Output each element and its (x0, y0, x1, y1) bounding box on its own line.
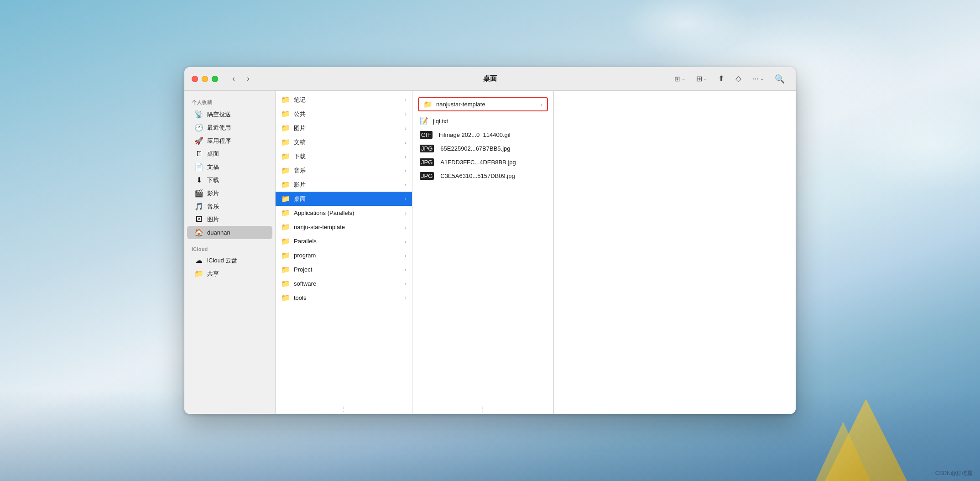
col1-tools[interactable]: 📁 tools › (276, 291, 412, 305)
forward-button[interactable]: › (242, 73, 255, 85)
column-view-chevron: ⌄ (682, 76, 685, 81)
chevron-icon: › (405, 125, 407, 131)
filmage-gif[interactable]: GIF Filmage 202...0_114400.gif (412, 128, 553, 141)
more-icon: ··· (752, 74, 759, 84)
maximize-button[interactable] (212, 76, 218, 82)
grid-button[interactable]: ⊞ ⌄ (693, 73, 711, 85)
sidebar-item-user[interactable]: 🏠 duannan (187, 226, 272, 239)
finder-window: ‹ › 桌面 ⊞ ⌄ ⊞ ⌄ ⬆ ◇ ··· (184, 67, 796, 414)
column-3 (554, 91, 796, 414)
file-label: jiqi.txt (433, 118, 448, 125)
sidebar-item-label: 下载 (207, 176, 219, 184)
folder-icon: 📁 (281, 223, 290, 231)
window-title: 桌面 (483, 74, 497, 83)
chevron-icon: › (405, 182, 407, 188)
sidebar-item-airdrop[interactable]: 📡 隔空投送 (187, 108, 272, 121)
folder-icon: 📁 (281, 265, 290, 274)
col1-music[interactable]: 📁 音乐 › (276, 163, 412, 178)
column-browser: 📁 笔记 › 📁 公共 › 📁 图片 › 📁 文稿 › (276, 91, 796, 414)
more-chevron: ⌄ (760, 76, 764, 81)
folder-icon: 📁 (281, 180, 290, 189)
share-button[interactable]: ⬆ (714, 72, 728, 85)
folder-chevron: › (541, 102, 542, 107)
user-icon: 🏠 (194, 228, 203, 237)
col2-resize-handle[interactable]: ⋮ (412, 406, 553, 414)
search-button[interactable]: 🔍 (771, 72, 788, 86)
img3-jpg[interactable]: JPG C3E5A6310...5157DB09.jpg (412, 169, 553, 183)
sidebar-item-label: 影片 (207, 189, 219, 198)
img1-jpg[interactable]: JPG 65E225902...67B7BB5.jpg (412, 141, 553, 155)
sidebar-item-label: 隔空投送 (207, 110, 231, 119)
jpg-icon: JPG (420, 145, 434, 152)
sidebar-item-desktop[interactable]: 🖥 桌面 (187, 147, 272, 160)
personal-section-label: 个人收藏 (184, 96, 275, 108)
tag-icon: ◇ (735, 74, 741, 84)
sidebar-item-documents[interactable]: 📄 文稿 (187, 160, 272, 173)
folder-icon: 📁 (281, 194, 290, 203)
close-button[interactable] (192, 76, 198, 82)
folder-icon: 📁 (281, 152, 290, 161)
airdrop-icon: 📡 (194, 110, 203, 119)
folder-icon: 📁 (281, 279, 290, 288)
jiqi-txt[interactable]: 📝 jiqi.txt (412, 114, 553, 128)
sidebar-item-applications[interactable]: 🚀 应用程序 (187, 134, 272, 147)
chevron-icon: › (405, 225, 407, 230)
col1-program[interactable]: 📁 program › (276, 248, 412, 262)
col1-nanju-star[interactable]: 📁 nanju-star-template › (276, 220, 412, 234)
folder-icon: 📁 (281, 293, 290, 302)
sidebar-item-label: duannan (207, 229, 230, 236)
sidebar-item-shared[interactable]: 📁 共享 (187, 267, 272, 280)
traffic-lights (192, 76, 218, 82)
chevron-icon: › (405, 97, 407, 103)
gif-icon: GIF (420, 131, 433, 139)
col1-pictures[interactable]: 📁 图片 › (276, 121, 412, 135)
sidebar-item-downloads[interactable]: ⬇ 下载 (187, 173, 272, 187)
nanjustar-template-folder[interactable]: 📁 nanjustar-template › (418, 97, 548, 111)
folder-icon: 📁 (281, 209, 290, 217)
jpg-icon: JPG (420, 158, 434, 166)
sidebar-item-recents[interactable]: 🕐 最近使用 (187, 121, 272, 134)
sidebar-item-music[interactable]: 🎵 音乐 (187, 200, 272, 213)
col1-project[interactable]: 📁 Project › (276, 262, 412, 277)
folder-icon: 📁 (281, 166, 290, 175)
back-button[interactable]: ‹ (227, 73, 240, 85)
sidebar-item-icloud-drive[interactable]: ☁ iCloud 云盘 (187, 254, 272, 267)
chevron-icon: › (405, 154, 407, 159)
shared-icon: 📁 (194, 269, 203, 278)
nav-buttons: ‹ › (227, 73, 255, 85)
folder-icon: 📁 (281, 124, 290, 132)
recents-icon: 🕐 (194, 123, 203, 132)
col1-applications-parallels[interactable]: 📁 Applications (Parallels) › (276, 206, 412, 220)
file-label: C3E5A6310...5157DB09.jpg (440, 173, 515, 179)
col1-resize-handle[interactable]: ⋮ (276, 406, 412, 414)
col1-parallels[interactable]: 📁 Parallels › (276, 234, 412, 248)
sidebar-item-label: 应用程序 (207, 137, 231, 145)
sidebar: 个人收藏 📡 隔空投送 🕐 最近使用 🚀 应用程序 🖥 桌面 📄 文稿 (184, 91, 276, 414)
col1-desktop[interactable]: 📁 桌面 › (276, 192, 412, 206)
column-view-icon: ⊞ (674, 75, 680, 83)
more-button[interactable]: ··· ⌄ (749, 73, 767, 85)
music-icon: 🎵 (194, 202, 203, 211)
column-view-button[interactable]: ⊞ ⌄ (671, 73, 689, 85)
title-bar: ‹ › 桌面 ⊞ ⌄ ⊞ ⌄ ⬆ ◇ ··· (184, 67, 796, 91)
chevron-icon: › (405, 168, 407, 173)
minimize-button[interactable] (202, 76, 208, 82)
col1-public[interactable]: 📁 公共 › (276, 107, 412, 121)
col1-documents[interactable]: 📁 文稿 › (276, 135, 412, 149)
sidebar-item-movies[interactable]: 🎬 影片 (187, 187, 272, 200)
sidebar-item-label: 共享 (207, 270, 219, 278)
tag-button[interactable]: ◇ (732, 72, 745, 85)
col1-downloads[interactable]: 📁 下载 › (276, 149, 412, 163)
col1-software[interactable]: 📁 software › (276, 277, 412, 291)
sidebar-item-pictures[interactable]: 🖼 图片 (187, 213, 272, 226)
chevron-icon: › (405, 140, 407, 145)
share-icon: ⬆ (718, 74, 725, 84)
col1-notes[interactable]: 📁 笔记 › (276, 93, 412, 107)
file-label: 65E225902...67B7BB5.jpg (440, 145, 510, 152)
col1-movies[interactable]: 📁 影片 › (276, 178, 412, 192)
chevron-icon: › (405, 295, 407, 301)
chevron-icon: › (405, 196, 407, 202)
resize-dots: ⋮ (341, 406, 347, 412)
img2-jpg[interactable]: JPG A1FDD3FFC...4DEB8BB.jpg (412, 155, 553, 169)
folder-label: nanjustar-template (436, 101, 541, 108)
